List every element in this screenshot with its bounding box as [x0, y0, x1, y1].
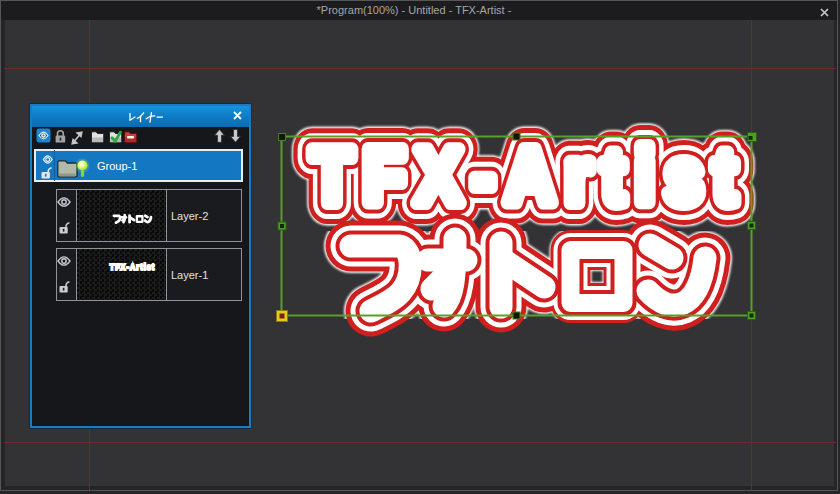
svg-text:TFX-Artist: TFX-Artist — [311, 131, 747, 219]
svg-text:TFX-Artist: TFX-Artist — [110, 263, 156, 273]
